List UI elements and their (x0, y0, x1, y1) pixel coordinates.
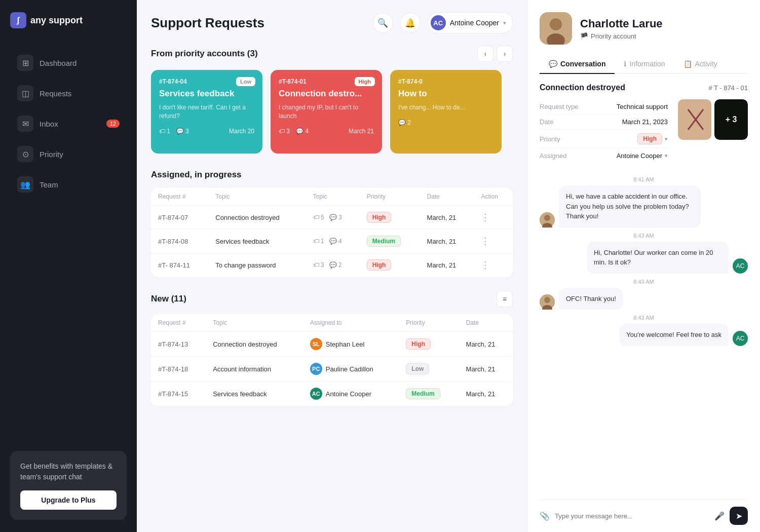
chat-input[interactable] (555, 512, 709, 520)
request-topic: To change password (208, 253, 306, 277)
send-button[interactable]: ➤ (730, 507, 748, 525)
comment-count: 💬 4 (296, 128, 309, 135)
col-topic: Topic (208, 188, 306, 206)
sidebar-item-label: Priority (40, 150, 63, 159)
comment-count: 💬 2 (398, 119, 411, 126)
tag-icon: 🏷 3 (313, 261, 324, 269)
priority-badge: Medium (367, 236, 401, 247)
more-photos: + 3 (714, 99, 748, 140)
carousel-controls: ‹ › (477, 46, 513, 62)
meta-icons: 🏷 5💬 3 (313, 214, 353, 221)
sidebar-item-dashboard[interactable]: ⊞ Dashboard (10, 49, 127, 77)
tab-conversation[interactable]: 💬 Conversation (540, 55, 615, 74)
conversation-icon: 💬 (549, 60, 557, 68)
requests-icon: ◫ (17, 85, 33, 101)
chat-message-2: AC Hi, Charlotte! Our worker can come in… (540, 242, 748, 274)
avatar: PC (310, 363, 322, 375)
priority-value: High (637, 133, 662, 144)
card-badge: Low (236, 77, 255, 86)
priority-card-1[interactable]: #T-874-01 High Connection destro... I ch… (271, 70, 382, 154)
request-topic: Services feedback (206, 382, 303, 406)
avatar: SL (310, 338, 322, 350)
team-icon: 👥 (17, 176, 33, 193)
contact-info: Charlotte Larue 🏴 Priority account (580, 17, 663, 40)
chat-time-3: 8:43 AM (540, 279, 748, 285)
assigned-user: PCPauline Cadillon (310, 363, 392, 375)
svg-rect-3 (678, 99, 711, 140)
priority-account-badge: 🏴 Priority account (580, 32, 663, 40)
priority-card-0[interactable]: #T-874-04 Low Services feedback I don't … (151, 70, 262, 154)
more-button[interactable]: ⋮ (481, 260, 490, 270)
assigned-name: Antoine Cooper (326, 390, 371, 398)
svg-point-9 (544, 215, 550, 221)
col-request: Request # (151, 314, 206, 332)
notifications-button[interactable]: 🔔 (400, 13, 421, 33)
tab-information[interactable]: ℹ Information (615, 55, 674, 74)
request-topic: Connection destroyed (208, 206, 306, 230)
tag-count: 🏷 3 (279, 128, 290, 135)
assigned-name: Pauline Cadillon (326, 365, 373, 373)
assigned-table: Request # Topic Topic Priority Date Acti… (151, 188, 513, 277)
request-date: March, 21 (459, 357, 513, 382)
chat-input-row: 📎 🎤 ➤ (540, 499, 748, 532)
user-menu[interactable]: AC Antoine Cooper ▾ (428, 12, 513, 33)
chat-message-3: OFC! Thank you! (540, 288, 748, 310)
request-date: March, 21 (420, 253, 474, 277)
chevron-icon: ▾ (665, 153, 668, 159)
sidebar-item-requests[interactable]: ◫ Requests (10, 79, 127, 107)
col-request: Request # (151, 188, 208, 206)
sidebar-item-inbox[interactable]: ✉ Inbox 12 (10, 109, 127, 138)
request-date: March, 21 (459, 332, 513, 357)
tab-activity[interactable]: 📋 Activity (674, 55, 727, 74)
card-title: Connection destro... (279, 88, 374, 99)
col-date: Date (459, 314, 513, 332)
attach-icon[interactable]: 📎 (540, 511, 550, 521)
detail-date: Date March 21, 2023 (540, 115, 668, 130)
contact-avatar (540, 12, 572, 45)
detail-assigned: Assigned Antoine Cooper ▾ (540, 148, 668, 163)
chat-bubble: You're welcome! Feel free to ask (619, 324, 729, 346)
search-button[interactable]: 🔍 (373, 13, 393, 33)
more-button[interactable]: ⋮ (481, 212, 490, 222)
avatar: AC (431, 15, 446, 30)
avatar: AC (310, 388, 322, 400)
dashboard-icon: ⊞ (17, 55, 33, 71)
chat-avatar (540, 212, 555, 227)
request-date: March, 21 (420, 206, 474, 230)
col-priority: Priority (360, 188, 420, 206)
card-desc: I changed my IP, but I can't to launch (279, 103, 374, 121)
logo: ∫ any support (10, 12, 127, 28)
col-priority: Priority (399, 314, 459, 332)
svg-point-1 (550, 18, 562, 30)
detail-type: Request type Technical support (540, 99, 668, 115)
priority-card-2[interactable]: #T-874-0 How to I've chang... How to de.… (390, 70, 502, 154)
priority-badge: Low (406, 363, 429, 374)
sidebar-item-priority[interactable]: ⊙ Priority (10, 140, 127, 168)
svg-point-12 (544, 297, 550, 303)
chat-message-1: Hi, we have a cable accident in our offi… (540, 185, 748, 227)
prev-arrow[interactable]: ‹ (477, 46, 493, 62)
new-section: New (11) ≡ Request # Topic Assigned to P… (151, 291, 513, 406)
request-id: # T - 874 - 01 (708, 84, 748, 92)
next-arrow[interactable]: › (497, 46, 513, 62)
assigned-user: ACAntoine Cooper (310, 388, 392, 400)
info-icon: ℹ (624, 60, 626, 68)
request-id: #T-874-13 (151, 332, 206, 357)
request-id: #T-874-07 (151, 206, 208, 230)
upgrade-button[interactable]: Upgrade to Plus (20, 490, 117, 510)
photo-thumb-2: + 3 (714, 99, 748, 140)
filter-button[interactable]: ≡ (497, 291, 513, 307)
activity-icon: 📋 (683, 60, 692, 68)
assigned-name: Stephan Leel (326, 340, 365, 348)
assigned-table-wrapper: Request # Topic Topic Priority Date Acti… (151, 188, 513, 277)
more-button[interactable]: ⋮ (481, 236, 490, 246)
meta-icons: 🏷 1💬 4 (313, 238, 353, 245)
chat-area: 8:41 AM Hi, we have a cable accident in … (540, 171, 748, 499)
table-row: #T-874-13 Connection destroyed SLStephan… (151, 332, 513, 357)
tag-icon: 🏷 1 (313, 238, 324, 245)
sidebar-item-team[interactable]: 👥 Team (10, 170, 127, 199)
flag-icon: 🏴 (580, 32, 588, 40)
table-row: #T-874-15 Services feedback ACAntoine Co… (151, 382, 513, 406)
microphone-icon[interactable]: 🎤 (714, 511, 725, 521)
top-bar: Support Requests 🔍 🔔 AC Antoine Cooper ▾ (151, 12, 513, 33)
